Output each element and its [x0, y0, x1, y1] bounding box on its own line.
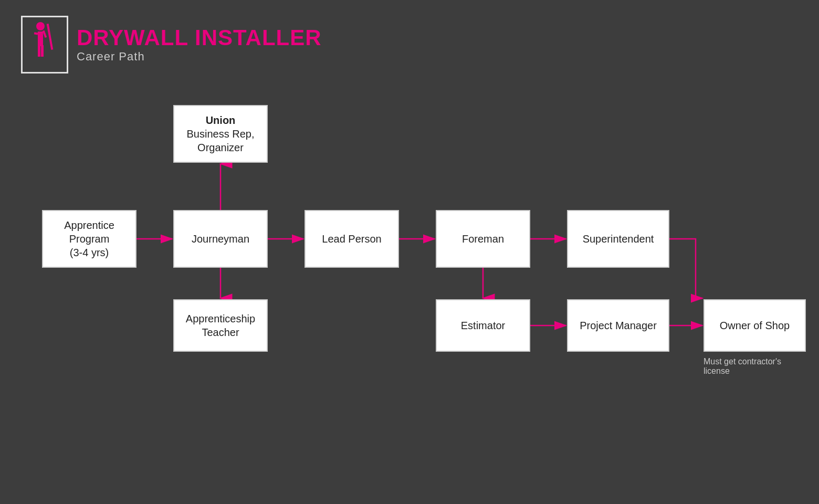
project-manager-box: Project Manager — [567, 299, 669, 352]
superintendent-label: Superintendent — [583, 232, 654, 246]
header: DRYWALL INSTALLER Career Path — [21, 16, 322, 74]
svg-rect-1 — [38, 32, 43, 46]
svg-rect-4 — [47, 24, 54, 50]
career-path-diagram: Union Business Rep, Organizer Apprentice… — [32, 105, 808, 410]
page-title: DRYWALL INSTALLER — [77, 26, 322, 50]
apprenticeship-teacher-label: Apprenticeship Teacher — [186, 312, 255, 339]
owner-of-shop-box: Owner of Shop — [704, 299, 806, 352]
contractor-license-note: Must get contractor's license — [704, 357, 808, 376]
union-label: Union Business Rep, Organizer — [187, 113, 255, 154]
drywall-installer-icon — [29, 21, 60, 68]
svg-point-0 — [36, 22, 45, 30]
foreman-label: Foreman — [462, 232, 504, 246]
foreman-box: Foreman — [436, 210, 530, 268]
svg-rect-5 — [38, 45, 40, 57]
estimator-label: Estimator — [461, 319, 505, 332]
owner-of-shop-label: Owner of Shop — [720, 319, 790, 332]
lead-person-label: Lead Person — [322, 232, 381, 246]
apprentice-program-label: Apprentice Program (3-4 yrs) — [64, 218, 114, 259]
arrows-svg — [32, 105, 808, 410]
header-text: DRYWALL INSTALLER Career Path — [77, 26, 322, 64]
apprentice-program-box: Apprentice Program (3-4 yrs) — [42, 210, 136, 268]
svg-rect-6 — [41, 45, 44, 57]
svg-rect-2 — [34, 32, 38, 35]
svg-rect-3 — [43, 30, 47, 38]
journeyman-label: Journeyman — [192, 232, 249, 246]
estimator-box: Estimator — [436, 299, 530, 352]
apprenticeship-teacher-box: Apprenticeship Teacher — [173, 299, 268, 352]
header-icon-box — [21, 16, 68, 74]
lead-person-box: Lead Person — [304, 210, 399, 268]
journeyman-box: Journeyman — [173, 210, 268, 268]
superintendent-box: Superintendent — [567, 210, 669, 268]
page-subtitle: Career Path — [77, 50, 322, 64]
project-manager-label: Project Manager — [580, 319, 657, 332]
union-box: Union Business Rep, Organizer — [173, 105, 268, 163]
